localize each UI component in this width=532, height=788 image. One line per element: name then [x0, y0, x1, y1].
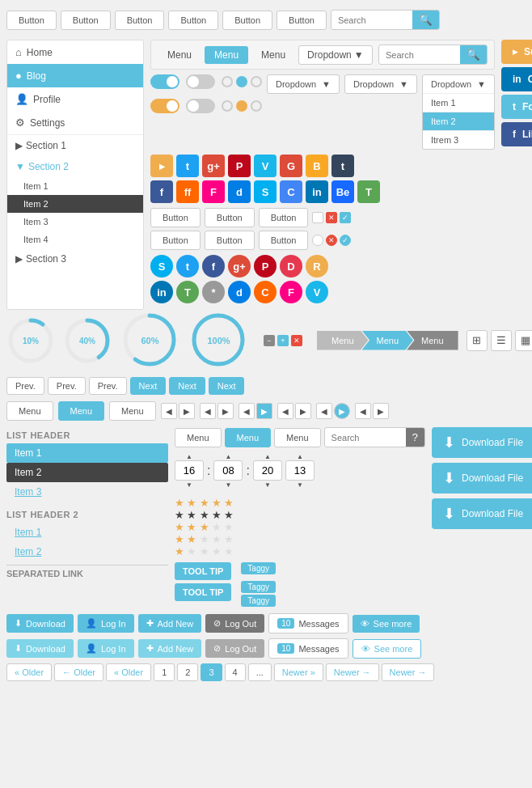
sidebar-section-2[interactable]: ▼ Section 2	[7, 156, 143, 177]
star-5-5[interactable]: ★	[224, 545, 234, 557]
list-view-icon[interactable]: ☰	[491, 330, 512, 351]
tab-arrow-right-1[interactable]: ▶	[179, 403, 195, 419]
tab-arrow-left-4[interactable]: ◀	[277, 403, 293, 419]
page-newer-1[interactable]: Newer »	[274, 663, 323, 681]
star-1-2[interactable]: ★	[187, 497, 196, 509]
cta-linkedin[interactable]: in Connect on LinkedIn	[501, 67, 532, 91]
menu-arrow-2[interactable]: Menu	[362, 331, 414, 350]
dropdown-1-header[interactable]: Dropdown ▼	[268, 75, 339, 93]
social-treehouse[interactable]: T	[357, 180, 380, 203]
social-chrome[interactable]: C	[280, 180, 302, 203]
star-2-1[interactable]: ★	[175, 509, 184, 521]
prev-btn-1[interactable]: Prev.	[6, 377, 44, 395]
tab-arrow-right-5[interactable]: ▶	[334, 403, 350, 419]
top-btn-6[interactable]: Button	[277, 11, 327, 30]
top-btn-1[interactable]: Button	[6, 11, 57, 30]
list-item-3[interactable]: Item 3	[6, 482, 168, 502]
social-gp-2[interactable]: g+	[228, 255, 251, 277]
star-1-5[interactable]: ★	[224, 497, 234, 509]
column-view-icon[interactable]: ▦	[515, 330, 532, 351]
btn-outline-3[interactable]: Button	[259, 208, 309, 227]
social-vimeo[interactable]: V	[254, 155, 277, 177]
tab2-search-input[interactable]	[325, 430, 406, 446]
tab-arrow-left-2[interactable]: ◀	[200, 403, 216, 419]
star-3-4[interactable]: ★	[212, 521, 222, 533]
menu-arrow-1[interactable]: Menu	[317, 331, 369, 350]
action-addnew-1[interactable]: ✚ Add New	[138, 614, 202, 633]
star-5-4[interactable]: ★	[212, 545, 222, 557]
tab2-menu-2[interactable]: Menu	[225, 428, 272, 447]
star-1-1[interactable]: ★	[175, 497, 184, 509]
btn-outline-5[interactable]: Button	[205, 231, 255, 250]
top-btn-4[interactable]: Button	[168, 11, 218, 30]
social-p-2[interactable]: P	[254, 255, 277, 277]
action-messages-2[interactable]: 10 Messages	[268, 638, 348, 659]
social-dribbble[interactable]: D	[280, 255, 302, 277]
maximize-btn[interactable]: +	[277, 335, 289, 346]
tab2-menu-3[interactable]: Menu	[274, 428, 321, 447]
sidebar-section-1[interactable]: ▶ Section 1	[7, 135, 143, 156]
tab2-menu-1[interactable]: Menu	[175, 428, 222, 447]
toggle-4[interactable]	[186, 99, 215, 113]
sidebar-sub-item1[interactable]: Item 1	[7, 177, 143, 195]
nav-search-input[interactable]	[379, 47, 460, 63]
social-skype-2[interactable]: S	[150, 255, 173, 277]
social-linkedin[interactable]: in	[306, 180, 328, 203]
social-flickr2[interactable]: F	[280, 281, 302, 303]
nav-search-button[interactable]: 🔍	[460, 45, 487, 64]
action-login-2[interactable]: 👤 Log In	[78, 639, 134, 658]
checkbox-6[interactable]: ✓	[340, 235, 351, 246]
social-flickr[interactable]: F	[202, 180, 225, 203]
radio-dot-6[interactable]	[251, 100, 262, 112]
dropdown-3-header[interactable]: Dropdown ▼	[423, 75, 494, 93]
star-4-3[interactable]: ★	[200, 533, 209, 545]
star-1-4[interactable]: ★	[212, 497, 222, 509]
radio-dot-1[interactable]	[222, 76, 233, 87]
star-1-3[interactable]: ★	[200, 497, 209, 509]
social-fb-2[interactable]: f	[202, 255, 225, 277]
action-logout-1[interactable]: ⊘ Log Out	[205, 614, 264, 633]
next-btn-1[interactable]: Next	[130, 377, 167, 395]
star-5-2[interactable]: ★	[187, 545, 196, 557]
nav-menu-3[interactable]: Menu	[251, 46, 295, 64]
page-3[interactable]: 3	[201, 663, 222, 681]
dropdown-item-1[interactable]: Item 1	[423, 93, 494, 112]
star-3-5[interactable]: ★	[224, 521, 234, 533]
action-messages-1[interactable]: 10 Messages	[268, 613, 348, 633]
dropdown-item-3[interactable]: Itrem 3	[423, 130, 494, 149]
social-rss-2[interactable]: R	[306, 255, 328, 277]
top-search-button[interactable]: 🔍	[412, 11, 439, 29]
star-3-1[interactable]: ★	[175, 521, 184, 533]
sidebar-item-profile[interactable]: 👤 Profile	[7, 87, 143, 111]
sidebar-sub-item2[interactable]: Item 2	[7, 195, 143, 213]
star-5-1[interactable]: ★	[175, 545, 184, 557]
nav-menu-2[interactable]: Menu	[205, 46, 248, 64]
download-btn-1[interactable]: ⬇ Download File	[432, 427, 532, 458]
social-facebook[interactable]: f	[150, 180, 173, 203]
social-google[interactable]: g+	[202, 155, 225, 177]
social-twitter[interactable]: t	[176, 155, 199, 177]
checkbox-5[interactable]: ✕	[326, 235, 337, 246]
sidebar-sub-item4[interactable]: Item 4	[7, 231, 143, 248]
cta-facebook[interactable]: f Like on Facebook	[501, 122, 532, 146]
tab-arrow-left-6[interactable]: ◀	[355, 403, 371, 419]
seconds-input[interactable]: 20	[253, 460, 282, 481]
grid-view-icon[interactable]: ⊞	[467, 330, 488, 351]
tab-arrow-right-4[interactable]: ▶	[295, 403, 311, 419]
tooltip-1[interactable]: TOOL TIP	[175, 562, 231, 580]
sec-down[interactable]: ▼	[262, 481, 273, 489]
ms-up[interactable]: ▲	[294, 452, 306, 460]
page-1[interactable]: 1	[154, 663, 175, 681]
sidebar-item-blog[interactable]: ● Blog	[7, 64, 143, 87]
action-download-1[interactable]: ⬇ Download	[6, 614, 74, 633]
hours-down[interactable]: ▼	[184, 481, 195, 489]
sec-up[interactable]: ▲	[262, 452, 273, 460]
tab-arrow-left-1[interactable]: ◀	[161, 403, 177, 419]
radio-dot-2[interactable]	[236, 76, 247, 87]
toggle-3[interactable]	[150, 99, 179, 113]
page-4[interactable]: 4	[225, 663, 246, 681]
tab-menu-1[interactable]: Menu	[6, 401, 53, 421]
star-2-2[interactable]: ★	[187, 509, 196, 521]
top-btn-3[interactable]: Button	[115, 11, 165, 30]
tab-menu-2[interactable]: Menu	[58, 401, 105, 421]
